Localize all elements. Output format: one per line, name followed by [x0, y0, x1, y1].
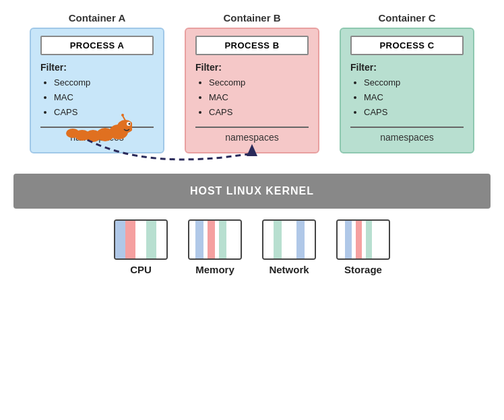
list-item: Seccomp [364, 75, 464, 90]
svg-point-9 [121, 114, 124, 116]
list-item: CAPS [209, 105, 309, 120]
worm-icon [51, 112, 132, 145]
container-b-filter: Filter: Seccomp MAC CAPS [195, 62, 309, 120]
svg-point-7 [129, 123, 131, 125]
list-item: MAC [364, 90, 464, 105]
list-item: MAC [54, 90, 154, 105]
list-item: Seccomp [209, 75, 309, 90]
memory-label: Memory [195, 264, 234, 275]
container-c-col: Container C PROCESS C Filter: Seccomp MA… [333, 12, 481, 153]
container-b-filter-list: Seccomp MAC CAPS [195, 75, 309, 120]
network-label: Network [269, 264, 309, 275]
list-item: CAPS [364, 105, 464, 120]
container-c-title: Container C [378, 12, 435, 24]
storage-label: Storage [344, 264, 382, 275]
process-c-label: PROCESS C [350, 36, 464, 55]
container-c-filter-title: Filter: [350, 62, 464, 73]
kernel-bar: HOST LINUX KERNEL [13, 174, 491, 209]
container-a-box: PROCESS A Filter: Seccomp MAC CAPS names… [30, 28, 164, 153]
container-b-filter-title: Filter: [195, 62, 309, 73]
process-b-label: PROCESS B [195, 36, 309, 55]
svg-line-8 [123, 116, 125, 120]
container-a-filter-title: Filter: [40, 62, 154, 73]
network-icon [262, 219, 316, 260]
containers-row: Container A PROCESS A Filter: Seccomp MA… [13, 12, 491, 153]
list-item: Seccomp [54, 75, 154, 90]
kernel-section: HOST LINUX KERNEL [13, 174, 491, 209]
cpu-label: CPU [130, 264, 152, 275]
memory-icon [188, 219, 242, 260]
container-a-col: Container A PROCESS A Filter: Seccomp MA… [23, 12, 171, 153]
resource-storage: Storage [336, 219, 390, 275]
resource-network: Network [262, 219, 316, 275]
resource-memory: Memory [188, 219, 242, 275]
process-a-label: PROCESS A [40, 36, 154, 55]
container-b-box: PROCESS B Filter: Seccomp MAC CAPS names… [185, 28, 319, 153]
container-a-title: Container A [69, 12, 125, 24]
cpu-icon [114, 219, 168, 260]
container-c-filter-list: Seccomp MAC CAPS [350, 75, 464, 120]
resource-cpu: CPU [114, 219, 168, 275]
list-item: MAC [209, 90, 309, 105]
storage-icon [336, 219, 390, 260]
resources-row: CPU Memory Network [13, 219, 491, 275]
containers-section: Container A PROCESS A Filter: Seccomp MA… [13, 12, 491, 153]
container-c-namespaces: namespaces [350, 132, 464, 143]
kernel-label: HOST LINUX KERNEL [190, 185, 314, 197]
container-b-namespaces: namespaces [195, 132, 309, 143]
container-c-box: PROCESS C Filter: Seccomp MAC CAPS names… [340, 28, 474, 153]
container-b-title: Container B [223, 12, 280, 24]
container-c-filter: Filter: Seccomp MAC CAPS [350, 62, 464, 120]
svg-point-4 [66, 129, 80, 138]
container-b-col: Container B PROCESS B Filter: Seccomp MA… [178, 12, 326, 153]
